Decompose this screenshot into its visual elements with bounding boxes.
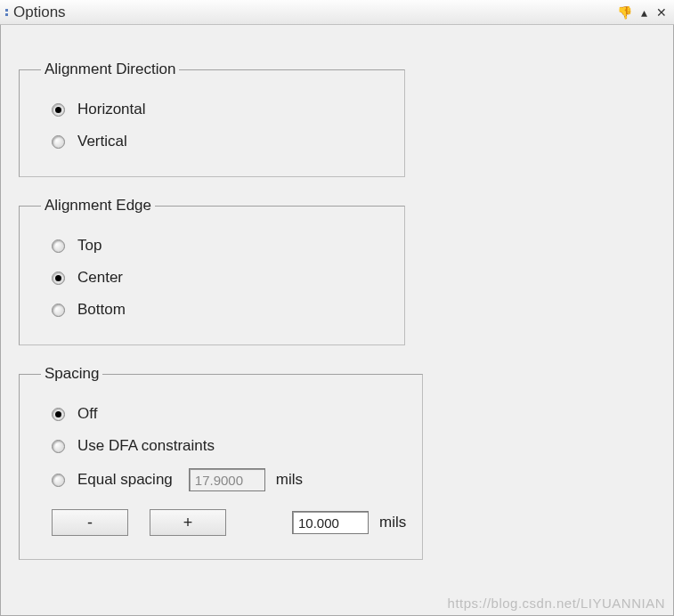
- equal-spacing-input[interactable]: [189, 468, 265, 491]
- equal-spacing-unit: mils: [276, 471, 303, 489]
- grip-icon[interactable]: [5, 9, 8, 16]
- radio-horizontal[interactable]: [52, 103, 65, 117]
- radio-label-off: Off: [77, 405, 97, 423]
- step-minus-button[interactable]: -: [52, 509, 128, 536]
- radio-row-bottom[interactable]: Bottom: [52, 296, 388, 323]
- radio-row-horizontal[interactable]: Horizontal: [52, 96, 388, 123]
- radio-equal[interactable]: [52, 474, 65, 487]
- radio-row-equal[interactable]: Equal spacing mils: [52, 465, 406, 495]
- radio-vertical[interactable]: [52, 135, 65, 149]
- pin-icon[interactable]: 👎: [617, 6, 632, 19]
- radio-label-center: Center: [77, 269, 123, 287]
- radio-off[interactable]: [52, 408, 65, 421]
- group-spacing: Spacing Off Use DFA constraints Equal sp…: [19, 365, 423, 560]
- legend-alignment-edge: Alignment Edge: [41, 197, 155, 215]
- step-plus-button[interactable]: +: [150, 509, 226, 536]
- radio-row-vertical[interactable]: Vertical: [52, 128, 388, 155]
- radio-top[interactable]: [52, 239, 65, 253]
- radio-row-center[interactable]: Center: [52, 264, 388, 291]
- panel-title: Options: [13, 4, 66, 21]
- radio-label-equal: Equal spacing: [77, 471, 173, 489]
- radio-row-top[interactable]: Top: [52, 232, 388, 259]
- step-value-unit: mils: [379, 514, 406, 531]
- legend-spacing: Spacing: [41, 365, 102, 383]
- radio-center[interactable]: [52, 272, 65, 285]
- radio-label-top: Top: [77, 237, 102, 255]
- radio-label-dfa: Use DFA constraints: [77, 437, 215, 455]
- radio-label-bottom: Bottom: [77, 301, 126, 319]
- collapse-icon[interactable]: ▴: [641, 6, 647, 19]
- close-icon[interactable]: ✕: [656, 6, 667, 19]
- group-alignment-edge: Alignment Edge Top Center Bottom: [19, 197, 405, 345]
- panel-body: Alignment Direction Horizontal Vertical …: [0, 25, 674, 616]
- radio-label-vertical: Vertical: [77, 133, 127, 150]
- radio-row-dfa[interactable]: Use DFA constraints: [52, 433, 406, 459]
- radio-bottom[interactable]: [52, 304, 65, 317]
- group-alignment-direction: Alignment Direction Horizontal Vertical: [19, 61, 405, 177]
- step-value-input[interactable]: [292, 511, 369, 534]
- radio-row-off[interactable]: Off: [52, 401, 406, 427]
- radio-dfa[interactable]: [52, 440, 65, 453]
- legend-alignment-direction: Alignment Direction: [41, 61, 179, 78]
- spacing-step-row: - + mils: [52, 509, 406, 536]
- titlebar: Options 👎 ▴ ✕: [0, 0, 674, 25]
- radio-label-horizontal: Horizontal: [77, 101, 146, 118]
- titlebar-controls: 👎 ▴ ✕: [617, 0, 667, 24]
